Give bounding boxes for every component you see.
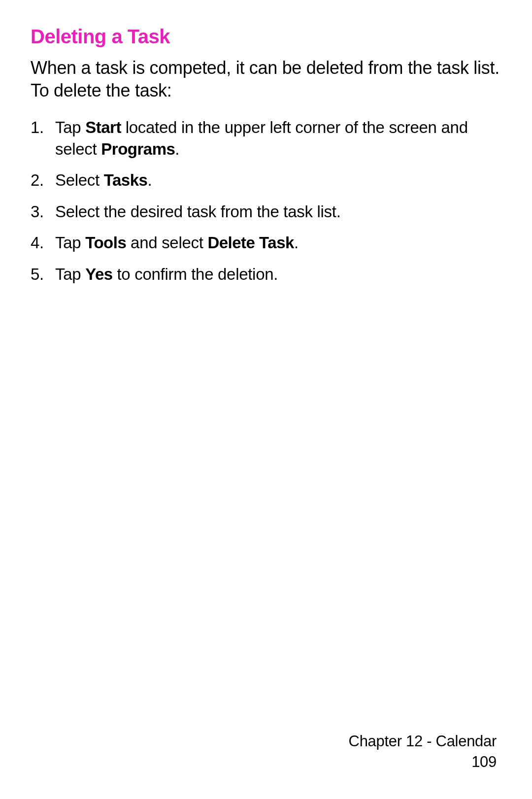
page-number: 109 (349, 752, 497, 772)
step-text: and select (126, 233, 207, 252)
page-container: Deleting a Task When a task is competed,… (0, 0, 532, 799)
step-text: Tap (55, 233, 85, 252)
step-text: . (294, 233, 299, 252)
step-item-1: 1. Tap Start located in the upper left c… (54, 117, 501, 160)
step-number: 1. (31, 117, 50, 138)
step-item-5: 5. Tap Yes to confirm the deletion. (54, 264, 501, 285)
step-item-2: 2. Select Tasks. (54, 169, 501, 191)
step-number: 5. (31, 264, 50, 285)
step-text: to confirm the deletion. (113, 265, 278, 283)
step-item-4: 4. Tap Tools and select Delete Task. (54, 232, 501, 254)
intro-paragraph: When a task is competed, it can be delet… (31, 57, 501, 102)
page-footer: Chapter 12 - Calendar 109 (349, 731, 497, 772)
chapter-label: Chapter 12 - Calendar (349, 731, 497, 752)
step-bold: Delete Task (207, 233, 294, 252)
section-heading: Deleting a Task (31, 26, 501, 48)
step-bold: Programs (101, 140, 175, 158)
step-text: . (147, 171, 152, 189)
step-bold: Tasks (104, 171, 148, 189)
step-bold: Tools (85, 233, 126, 252)
step-text: Tap (55, 265, 85, 283)
steps-list: 1. Tap Start located in the upper left c… (31, 117, 501, 285)
step-number: 2. (31, 169, 50, 191)
step-item-3: 3. Select the desired task from the task… (54, 201, 501, 223)
step-number: 4. (31, 232, 50, 254)
step-text: Select the desired task from the task li… (55, 202, 341, 221)
step-text: . (175, 140, 179, 158)
step-number: 3. (31, 201, 50, 223)
step-text: Tap (55, 118, 85, 136)
step-text: Select (55, 171, 104, 189)
step-bold: Yes (85, 265, 112, 283)
step-bold: Start (85, 118, 121, 136)
